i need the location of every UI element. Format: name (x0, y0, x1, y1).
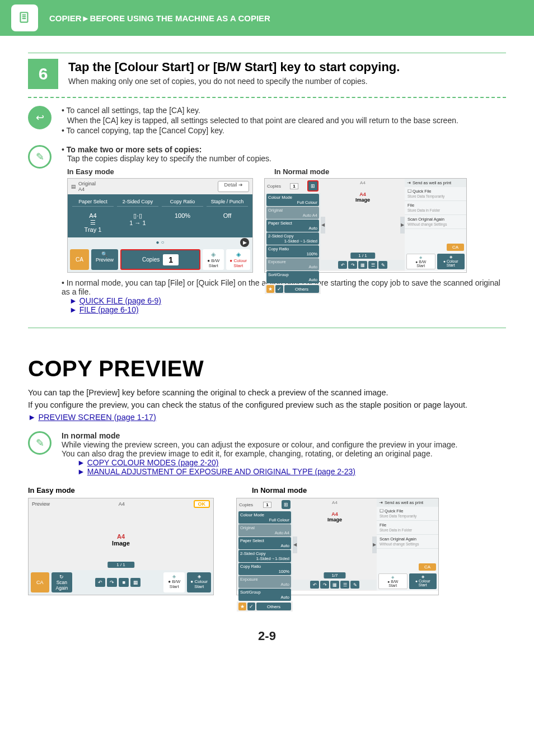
keypad-button[interactable]: ⊞ (282, 500, 291, 509)
diamond-icon: ◈ (211, 251, 216, 258)
divider (28, 53, 506, 53)
cancel-note: ↩ • To cancel all settings, tap the [CA]… (28, 106, 506, 136)
nm-setting-item[interactable]: OriginalAuto A4 (266, 207, 319, 219)
edit-icon[interactable]: ✎ (350, 581, 359, 589)
nm-setting-item[interactable]: 2-Sided Copy1-Sided→1-Sided (266, 232, 319, 245)
nm-setting-item[interactable]: Paper SelectAuto (238, 537, 291, 549)
nm-setting-item[interactable]: 2-Sided Copy1-Sided→1-Sided (238, 550, 291, 562)
colour-start-button[interactable]: ◈ ● ColourStart (409, 573, 437, 589)
next-page-arrow[interactable]: ▶ (240, 238, 249, 247)
nm-setting-item[interactable]: ExposureAuto (238, 576, 291, 588)
file-action[interactable]: File Store Data in Folder (405, 201, 466, 215)
nm-setting-item[interactable]: Copy Ratio100% (238, 563, 291, 575)
pager: 1 / 1 (107, 562, 134, 568)
preview-button[interactable]: 🔍 Preview (91, 249, 118, 270)
bw-start-button[interactable]: ◈ ● B/WStart (406, 254, 435, 269)
grid-icon[interactable]: ▦ (130, 578, 140, 587)
ok-button[interactable]: OK (194, 500, 210, 508)
em-col-2sided[interactable]: 2-Sided Copy (117, 199, 158, 207)
scan-again-action[interactable]: Scan Original Again Without change Setti… (405, 215, 466, 229)
breadcrumb-section: COPIER (49, 13, 82, 23)
others-button[interactable]: Others (284, 285, 319, 293)
em-col-paper[interactable]: Paper Select (72, 199, 114, 207)
keypad-button[interactable]: ⊞ (307, 180, 318, 192)
diamond-icon: ◈ (198, 574, 201, 579)
multi-note-desc: Tap the copies display key to specify th… (67, 154, 506, 163)
quick-file-action[interactable]: ☐ Quick File Store Data Temporarily (405, 187, 466, 201)
colour-start-button[interactable]: ◈ ● ColourStart (226, 249, 250, 270)
page-number: 2-9 (28, 629, 506, 643)
redo-icon[interactable]: ↷ (107, 578, 117, 587)
copies-display[interactable]: Copies 1 (120, 249, 200, 270)
scan-again-action[interactable]: Scan Original Again Without change Setti… (377, 535, 438, 549)
list-icon[interactable]: ☰ (340, 581, 349, 589)
preview-note-line1: While viewing the preview screen, you ca… (62, 440, 457, 449)
preview-screen-link[interactable]: PREVIEW SCREEN (page 1-17) (38, 413, 156, 422)
diamond-icon: ◈ (419, 255, 422, 259)
page-dots: ● ○ (156, 239, 165, 245)
list-icon[interactable]: ☰ (368, 261, 377, 269)
quick-file-action[interactable]: ☐ Quick File Store Data Temporarily (377, 507, 438, 521)
colour-start-button[interactable]: ◈ ● ColourStart (187, 572, 211, 592)
em-original-value: A4 (78, 186, 85, 192)
next-arrow[interactable]: ▶ (372, 536, 377, 553)
nm-setting-item[interactable]: Sort/GroupAuto (238, 589, 291, 601)
easy-mode-label: In Easy mode (67, 167, 274, 176)
nm-setting-item[interactable]: OriginalAuto A4 (238, 524, 291, 536)
diamond-icon: ◈ (236, 251, 241, 258)
nm-setting-item[interactable]: Paper SelectAuto (266, 220, 319, 232)
preview-note-heading: In normal mode (62, 431, 120, 440)
undo-icon[interactable]: ↶ (95, 578, 105, 587)
undo-icon[interactable]: ↶ (310, 581, 319, 589)
bw-start-button[interactable]: ◈ ● B/WStart (163, 572, 185, 592)
quick-file-link[interactable]: QUICK FILE (page 6-9) (79, 296, 161, 305)
detail-button[interactable]: Detail ➔ (218, 181, 249, 192)
diamond-icon: ◈ (449, 255, 452, 259)
manual-exposure-link[interactable]: MANUAL ADJUSTMENT OF EXPOSURE AND ORIGIN… (87, 467, 355, 476)
em-col-staple[interactable]: Staple / Punch (207, 199, 248, 207)
nm-setting-item[interactable]: Copy Ratio100% (266, 245, 319, 258)
nm-setting-item[interactable]: Colour ModeFull Colour (238, 511, 291, 524)
expand-icon[interactable]: ⇥ (379, 500, 383, 505)
cancel-bullet-1: To cancel all settings, tap the [CA] key… (67, 106, 200, 115)
check-button[interactable]: ✓ (275, 285, 283, 293)
expand-icon[interactable]: ⇥ (407, 180, 411, 185)
nm-setting-item[interactable]: ExposureAuto (266, 258, 319, 270)
cancel-bullet-2: To cancel copying, tap the [Cancel Copy]… (67, 126, 224, 135)
next-arrow[interactable]: ▶ (400, 217, 405, 234)
favorite-button[interactable]: ★ (266, 285, 274, 293)
preview-normal-label: In Normal mode (252, 486, 307, 494)
copy-colour-modes-link[interactable]: COPY COLOUR MODES (page 2-20) (87, 458, 219, 467)
stop-icon[interactable]: ■ (119, 578, 129, 587)
bw-start-button[interactable]: ◈ ● B/WStart (378, 573, 407, 589)
redo-icon[interactable]: ↷ (348, 261, 357, 269)
preview-easy-screenshot: Preview A4 OK A4 Image 1 / 1 CA ↻ Scan A… (28, 498, 214, 595)
copier-section-icon (11, 4, 38, 31)
cancel-bullet-1-sub: When the [CA] key is tapped, all setting… (67, 116, 458, 125)
edit-icon[interactable]: ✎ (378, 261, 387, 269)
bw-start-button[interactable]: ◈ ● B/WStart (203, 249, 224, 270)
ca-button[interactable]: CA (419, 563, 436, 571)
file-action[interactable]: File Store Data in Folder (377, 521, 438, 535)
undo-icon[interactable]: ↶ (338, 261, 347, 269)
prev-arrow[interactable]: ◀ (321, 217, 325, 234)
diamond-icon: ◈ (172, 574, 176, 579)
grid-icon[interactable]: ▦ (358, 261, 367, 269)
check-button[interactable]: ✓ (247, 603, 255, 610)
colour-start-button[interactable]: ◈ ● ColourStart (437, 254, 465, 269)
file-link[interactable]: FILE (page 6-10) (79, 305, 139, 314)
nm-setting-item[interactable]: Sort/GroupAuto (266, 271, 319, 283)
scan-again-button[interactable]: ↻ Scan Again (51, 572, 73, 592)
ca-button[interactable]: CA (31, 572, 49, 592)
em-col-ratio[interactable]: Copy Ratio (162, 199, 203, 207)
favorite-button[interactable]: ★ (238, 603, 246, 610)
ca-button[interactable]: CA (447, 244, 464, 251)
others-button[interactable]: Others (256, 603, 291, 610)
nm-setting-item[interactable]: Colour ModeFull Colour (266, 194, 319, 206)
redo-icon[interactable]: ↷ (320, 581, 329, 589)
step-desc: When making only one set of copies, you … (68, 77, 400, 86)
ca-button[interactable]: CA (70, 249, 89, 270)
prev-arrow[interactable]: ◀ (293, 536, 297, 553)
multi-copy-note: ✎ • To make two or more sets of copies: … (28, 145, 506, 314)
grid-icon[interactable]: ▦ (330, 581, 339, 589)
